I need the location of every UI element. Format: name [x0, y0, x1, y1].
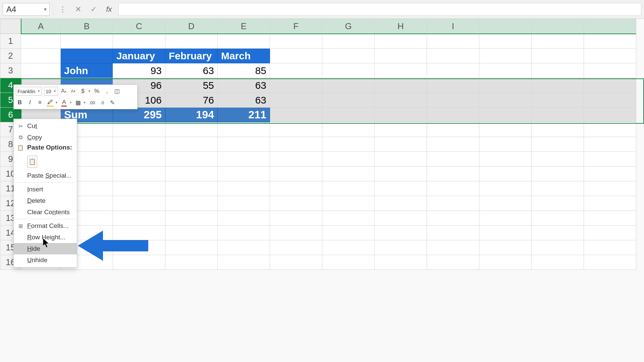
cell[interactable] [322, 49, 375, 63]
menu-delete[interactable]: Delete [14, 195, 77, 206]
cell[interactable] [270, 49, 322, 63]
cell[interactable] [427, 255, 479, 270]
cell[interactable] [584, 211, 636, 226]
cell[interactable] [322, 34, 375, 49]
cell[interactable]: February [165, 49, 218, 63]
cell[interactable] [479, 122, 532, 137]
cell[interactable] [322, 137, 375, 152]
cell[interactable]: 76 [165, 93, 218, 108]
chevron-down-icon[interactable]: ▼ [88, 89, 91, 93]
cell[interactable] [270, 108, 322, 122]
align-button[interactable]: ≡ [36, 99, 44, 107]
cell[interactable] [479, 108, 532, 122]
cell[interactable] [322, 211, 375, 226]
cell[interactable] [427, 240, 479, 255]
column-header[interactable] [584, 19, 636, 34]
cell[interactable]: 194 [165, 108, 218, 122]
column-header-I[interactable]: I [427, 19, 479, 34]
cell[interactable] [532, 240, 584, 255]
menu-clear-contents[interactable]: Clear Contents [14, 206, 77, 218]
row-header-1[interactable]: 1 [0, 34, 21, 49]
cell[interactable] [375, 255, 427, 270]
bold-button[interactable]: B [16, 99, 24, 107]
cell[interactable] [375, 122, 427, 137]
menu-copy[interactable]: ⧉ Copy [14, 132, 77, 143]
cell[interactable] [270, 63, 322, 78]
cell[interactable] [427, 93, 479, 108]
cell[interactable] [218, 137, 270, 152]
cell[interactable]: 295 [113, 108, 165, 122]
cell[interactable] [375, 196, 427, 211]
cell[interactable] [165, 240, 218, 255]
column-header-E[interactable]: E [218, 19, 270, 34]
cell[interactable] [165, 196, 218, 211]
cell[interactable] [113, 181, 165, 196]
cell[interactable] [584, 152, 636, 167]
increase-decimal-button[interactable]: .00 [88, 99, 96, 107]
borders-button[interactable]: ▦ [74, 99, 82, 107]
chevron-down-icon[interactable]: ▼ [69, 101, 72, 104]
menu-row-height[interactable]: Row Height... [14, 232, 77, 243]
menu-hide[interactable]: Hide [14, 243, 77, 254]
comma-button[interactable]: , [103, 87, 111, 95]
cell[interactable] [427, 196, 479, 211]
cell[interactable] [113, 152, 165, 167]
cell[interactable] [584, 122, 636, 137]
decrease-decimal-button[interactable]: .0 [98, 99, 106, 107]
cell[interactable] [427, 34, 479, 49]
cell[interactable] [584, 78, 636, 93]
cell[interactable] [479, 196, 532, 211]
cell[interactable] [584, 108, 636, 122]
cell[interactable] [218, 196, 270, 211]
cell[interactable] [479, 167, 532, 181]
cell[interactable] [427, 181, 479, 196]
cell[interactable] [270, 152, 322, 167]
cell[interactable] [532, 255, 584, 270]
cell[interactable] [532, 34, 584, 49]
format-painter-icon[interactable]: ◫ [113, 87, 121, 95]
cell[interactable] [479, 255, 532, 270]
cell[interactable] [270, 167, 322, 181]
cell[interactable] [270, 122, 322, 137]
cell[interactable] [479, 49, 532, 63]
cell[interactable] [532, 49, 584, 63]
cell[interactable] [322, 93, 375, 108]
chevron-down-icon[interactable]: ▼ [83, 101, 86, 104]
menu-cut[interactable]: ✂ Cut [14, 120, 77, 132]
cell[interactable] [427, 226, 479, 240]
cell[interactable] [270, 181, 322, 196]
italic-button[interactable]: I [26, 99, 34, 107]
cell[interactable] [584, 34, 636, 49]
cell[interactable] [322, 167, 375, 181]
cell[interactable] [270, 137, 322, 152]
column-header-D[interactable]: D [165, 19, 218, 34]
cell[interactable] [427, 211, 479, 226]
cell[interactable] [375, 63, 427, 78]
cell[interactable] [165, 181, 218, 196]
formula-input[interactable] [118, 3, 641, 16]
cell[interactable] [427, 78, 479, 93]
cell[interactable] [584, 93, 636, 108]
cell[interactable] [322, 196, 375, 211]
cell[interactable] [479, 93, 532, 108]
cell[interactable] [218, 122, 270, 137]
cell[interactable] [218, 255, 270, 270]
cell[interactable] [218, 240, 270, 255]
cell[interactable] [479, 78, 532, 93]
cell[interactable] [375, 152, 427, 167]
cell[interactable] [584, 137, 636, 152]
cell[interactable] [218, 226, 270, 240]
cell[interactable] [584, 226, 636, 240]
cell[interactable]: 63 [165, 63, 218, 78]
cell[interactable] [113, 122, 165, 137]
cell[interactable] [165, 34, 218, 49]
cell[interactable] [532, 93, 584, 108]
cell[interactable] [165, 122, 218, 137]
percent-button[interactable]: % [93, 87, 101, 95]
select-all-corner[interactable] [0, 19, 21, 34]
menu-insert[interactable]: Insert [14, 184, 77, 195]
cell[interactable] [165, 152, 218, 167]
fill-color-button[interactable]: 🖉 [46, 99, 54, 107]
cell[interactable] [375, 226, 427, 240]
cell[interactable] [427, 152, 479, 167]
